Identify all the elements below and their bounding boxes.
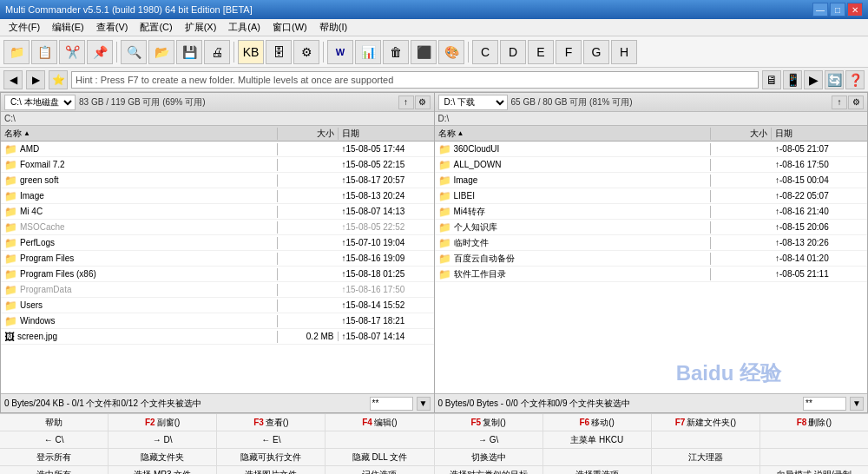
left-col-size-header[interactable]: 大小 [278, 128, 339, 140]
table-row[interactable]: 📁 Program Files (x86) ↑15-08-18 01:25 [1, 267, 434, 282]
func-cell-3-5[interactable]: 选择重选项 [543, 466, 652, 474]
toolbar-btn-10[interactable]: 🗄 [266, 40, 292, 64]
func-cell-3-4[interactable]: 选择对方类似的目标 [435, 466, 543, 474]
right-status-btn[interactable]: ▼ [850, 397, 864, 411]
func-cell-2-3[interactable]: 隐藏 DLL 文件 [326, 449, 434, 465]
toolbar-btn-2[interactable]: 📋 [31, 40, 57, 64]
nav-up-button[interactable]: ⭐ [49, 70, 68, 89]
toolbar-btn-6[interactable]: 📂 [148, 40, 174, 64]
table-row[interactable]: 📁 MSOCache ↑15-08-05 22:52 [1, 220, 434, 235]
table-row[interactable]: 📁 360CloudUI ↑-08-05 21:07 [435, 142, 868, 157]
minimize-button[interactable]: — [812, 3, 828, 16]
toolbar-btn-14[interactable]: ⬛ [411, 40, 437, 64]
right-col-date-header[interactable]: 日期 [772, 128, 867, 140]
left-status-input[interactable] [370, 397, 413, 411]
func-cell-3-0[interactable]: 选中所有 [0, 466, 108, 474]
toolbar-btn-9[interactable]: KB [238, 40, 264, 64]
right-file-list[interactable]: 📁 360CloudUI ↑-08-05 21:07 📁 ALL_DOWN ↑-… [435, 142, 868, 393]
table-row[interactable]: 📁 green soft ↑15-08-17 20:57 [1, 173, 434, 188]
table-row[interactable]: 🖼 screen.jpg 0.2 MB ↑15-08-07 14:14 [1, 329, 434, 345]
left-status-btn[interactable]: ▼ [417, 397, 431, 411]
right-panel-btn-1[interactable]: ↑ [832, 95, 847, 109]
toolbar-btn-1[interactable]: 📁 [3, 40, 30, 64]
toolbar-btn-15[interactable]: 🎨 [438, 40, 464, 64]
toolbar-btn-c[interactable]: C [472, 40, 498, 64]
addr-btn-3[interactable]: ▶ [804, 70, 823, 89]
func-cell-2-0[interactable]: 登示所有 [0, 449, 108, 465]
func-cell-1-6[interactable] [652, 431, 760, 448]
menu-extension[interactable]: 扩展(X) [180, 19, 222, 36]
func-cell-0-5[interactable]: F6移动() [543, 414, 652, 431]
func-cell-1-5[interactable]: 主菜单 HKCU [543, 431, 652, 448]
toolbar-btn-13[interactable]: 🗑 [383, 40, 409, 64]
addr-btn-4[interactable]: 🔄 [825, 70, 844, 89]
table-row[interactable]: 📁 Mi 4C ↑15-08-07 14:13 [1, 204, 434, 220]
func-cell-1-0[interactable]: ← C\ [0, 431, 108, 448]
func-cell-2-7[interactable] [760, 449, 868, 465]
func-cell-2-4[interactable]: 切换选中 [435, 449, 543, 465]
table-row[interactable]: 📁 Foxmail 7.2 ↑15-08-05 22:15 [1, 157, 434, 173]
toolbar-btn-word[interactable]: W [327, 40, 353, 64]
right-drive-select[interactable]: D:\ 下载 [438, 95, 508, 110]
toolbar-btn-8[interactable]: 🖨 [204, 40, 230, 64]
menu-help[interactable]: 帮助(I) [314, 19, 352, 36]
func-cell-1-2[interactable]: ← E\ [217, 431, 326, 448]
table-row[interactable]: 📁 LIBEI ↑-08-22 05:07 [435, 188, 868, 204]
func-cell-3-6[interactable] [652, 466, 760, 474]
toolbar-btn-g[interactable]: G [583, 40, 609, 64]
address-hint-input[interactable] [71, 71, 759, 89]
menu-window[interactable]: 窗口(W) [267, 19, 312, 36]
table-row[interactable]: 📁 Mi4转存 ↑-08-16 21:40 [435, 204, 868, 220]
func-cell-0-3[interactable]: F4编辑() [326, 414, 434, 431]
toolbar-btn-h[interactable]: H [611, 40, 637, 64]
table-row[interactable]: 📁 Users ↑15-08-14 15:52 [1, 298, 434, 313]
addr-btn-1[interactable]: 🖥 [762, 70, 781, 89]
toolbar-btn-11[interactable]: ⚙ [293, 40, 319, 64]
table-row[interactable]: 📁 临时文件 ↑-08-13 20:26 [435, 235, 868, 251]
func-cell-1-7[interactable] [760, 431, 868, 448]
func-cell-2-2[interactable]: 隐藏可执行文件 [217, 449, 326, 465]
right-panel-btn-2[interactable]: ⚙ [848, 95, 864, 109]
menu-config[interactable]: 配置(C) [135, 19, 177, 36]
table-row[interactable]: 📁 PerfLogs ↑15-07-10 19:04 [1, 235, 434, 251]
func-cell-0-4[interactable]: F5复制() [435, 414, 543, 431]
func-cell-0-1[interactable]: F2副窗() [108, 414, 217, 431]
table-row[interactable]: 📁 Image ↑-08-15 00:04 [435, 173, 868, 188]
toolbar-btn-4[interactable]: 📌 [87, 40, 113, 64]
nav-forward-button[interactable]: ▶ [26, 70, 45, 89]
addr-btn-5[interactable]: ❓ [845, 70, 865, 89]
close-button[interactable]: ✕ [847, 3, 863, 16]
func-cell-2-5[interactable] [543, 449, 652, 465]
addr-btn-2[interactable]: 📱 [783, 70, 802, 89]
table-row[interactable]: 📁 Image ↑15-08-13 20:24 [1, 188, 434, 204]
left-col-name-header[interactable]: 名称 ▲ [1, 128, 278, 140]
func-cell-0-7[interactable]: F8删除() [760, 414, 868, 431]
table-row[interactable]: 📁 ProgramData ↑15-08-16 17:50 [1, 282, 434, 298]
toolbar-btn-e[interactable]: E [528, 40, 554, 64]
func-cell-3-3[interactable]: 记住选项 [326, 466, 434, 474]
table-row[interactable]: 📁 软件工作目录 ↑-08-05 21:11 [435, 267, 868, 282]
table-row[interactable]: 📁 百度云自动备份 ↑-08-14 01:20 [435, 251, 868, 267]
toolbar-btn-7[interactable]: 💾 [176, 40, 202, 64]
left-col-date-header[interactable]: 日期 [339, 128, 434, 140]
table-row[interactable]: 📁 Program Files ↑15-08-16 19:09 [1, 251, 434, 267]
func-cell-3-2[interactable]: 选择图片文件 [217, 466, 326, 474]
right-col-name-header[interactable]: 名称 ▲ [435, 128, 712, 140]
menu-tools[interactable]: 工具(A) [223, 19, 266, 36]
func-cell-2-1[interactable]: 隐藏文件夹 [108, 449, 217, 465]
maximize-button[interactable]: □ [830, 3, 845, 16]
left-drive-select[interactable]: C:\ 本地磁盘 [4, 95, 76, 110]
left-panel-btn-2[interactable]: ⚙ [415, 95, 431, 109]
right-status-input[interactable] [803, 397, 846, 411]
func-cell-1-4[interactable]: → G\ [435, 431, 543, 448]
toolbar-btn-f[interactable]: F [556, 40, 582, 64]
func-cell-3-1[interactable]: 选择 MP3 文件 [108, 466, 217, 474]
func-cell-0-2[interactable]: F3查看() [217, 414, 326, 431]
func-cell-2-6[interactable]: 江大理器 [652, 449, 760, 465]
toolbar-btn-12[interactable]: 📊 [355, 40, 381, 64]
func-cell-1-3[interactable] [326, 431, 434, 448]
menu-edit[interactable]: 编辑(E) [47, 19, 89, 36]
func-cell-1-1[interactable]: → D\ [108, 431, 217, 448]
menu-file[interactable]: 文件(F) [3, 19, 45, 36]
toolbar-btn-3[interactable]: ✂️ [59, 40, 85, 64]
